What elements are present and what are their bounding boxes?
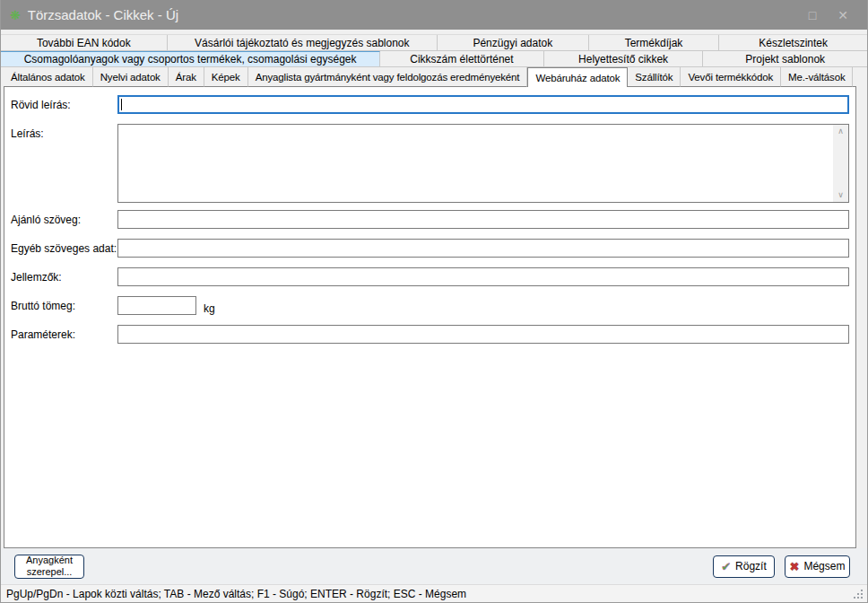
jellemzok-field[interactable] [117,267,849,286]
anyagkent-line2: szerepel... [27,566,73,578]
tab-termekdijak[interactable]: Termékdíjak [589,35,720,50]
main-window: ❋ Törzsadatok - Cikkek - Új □ ✕ További … [0,0,868,603]
form-row-rovid-leiras: Rövid leírás: [11,95,849,114]
tab-projekt-sablonok[interactable]: Projekt sablonok [703,51,867,66]
tab-nyelvi-adatok[interactable]: Nyelvi adatok [93,67,169,87]
ajanlo-szoveg-label: Ajánló szöveg: [11,210,117,226]
check-icon: ✔ [721,560,731,573]
status-bar: PgUp/PgDn - Lapok közti váltás; TAB - Me… [1,584,867,603]
anyagkent-szerepel-button[interactable]: Anyagként szerepel... [14,555,84,579]
window-title: Törzsadatok - Cikkek - Új [28,7,178,22]
form-row-brutto-tomeg: Bruttó tömeg: kg [11,296,849,315]
tab-arak[interactable]: Árak [169,67,204,87]
form-row-ajanlo-szoveg: Ajánló szöveg: [11,210,849,229]
tab-penzugyi-adatok[interactable]: Pénzügyi adatok [438,35,589,50]
tab-vevoi-termekkodok[interactable]: Vevői termékkódok [681,67,781,87]
tab-szallitok[interactable]: Szállítók [628,67,681,87]
tab-altalanos-adatok[interactable]: Általános adatok [4,67,93,87]
leiras-textarea[interactable] [117,124,849,203]
tab-row-3: Általános adatok Nyelvi adatok Árak Képe… [4,67,856,87]
status-text: PgUp/PgDn - Lapok közti váltás; TAB - Me… [6,588,466,600]
egyeb-szoveges-adat-field[interactable] [117,239,849,258]
webaruhaz-adatok-panel: Rövid leírás: Leírás: ∧ ∨ Ajánló szöveg:… [4,87,856,548]
leiras-wrap: ∧ ∨ [117,124,849,203]
resize-grip-icon[interactable] [861,597,863,599]
x-icon: ✖ [790,560,800,573]
tab-anyaglista[interactable]: Anyaglista gyártmányként vagy feldolgozá… [248,67,528,87]
close-icon[interactable]: ✕ [828,8,858,22]
tab-webaruhaz-adatok[interactable]: Webáruház adatok [527,67,628,87]
anyagkent-line1: Anyagként [26,555,73,566]
rogzit-label: Rögzít [735,560,767,572]
leiras-label: Leírás: [11,124,117,140]
parameterek-label: Paraméterek: [11,325,117,341]
tab-row-2: Csomagolóanyagok vagy csoportos termékek… [1,51,867,67]
parameterek-field[interactable] [117,325,849,344]
maximize-icon[interactable]: □ [797,8,828,22]
brutto-tomeg-field[interactable] [117,296,196,315]
megsem-label: Mégsem [803,560,845,572]
titlebar[interactable]: ❋ Törzsadatok - Cikkek - Új □ ✕ [1,0,867,30]
tab-vasarloi-tajekoztato-sablonok[interactable]: Vásárlói tájékoztató és megjegyzés sablo… [168,35,438,50]
tab-row-1: További EAN kódok Vásárlói tájékoztató é… [1,34,867,51]
form-row-leiras: Leírás: ∧ ∨ [11,124,849,203]
form-row-jellemzok: Jellemzők: [11,267,849,286]
text-caret [121,99,122,110]
jellemzok-label: Jellemzők: [11,267,117,284]
footer-bar: Anyagként szerepel... ✔ Rögzít ✖ Mégsem [1,548,867,584]
tab-csomagoloanyagok[interactable]: Csomagolóanyagok vagy csoportos termékek… [1,51,380,66]
tab-helyettesito-cikkek[interactable]: Helyettesítő cikkek [544,51,704,66]
tab-row-filler [853,67,856,87]
tab-kepek[interactable]: Képek [204,67,248,87]
rovid-leiras-field[interactable] [117,95,849,114]
textarea-scrollbar[interactable]: ∧ ∨ [833,125,848,202]
app-icon: ❋ [10,8,21,22]
tab-keszletszintek[interactable]: Készletszintek [719,35,867,50]
tab-me-valtasok[interactable]: Me.-váltások [781,67,853,87]
form-row-parameterek: Paraméterek: [11,325,849,344]
tab-cikkszam-elettortenet[interactable]: Cikkszám élettörténet [380,51,544,66]
rovid-leiras-wrap [117,95,849,114]
kg-unit-label: kg [204,296,215,315]
rogzit-button[interactable]: ✔ Rögzít [713,555,775,578]
brutto-tomeg-label: Bruttó tömeg: [11,296,117,312]
form-row-egyeb-szoveges-adat: Egyéb szöveges adat: [11,239,849,258]
egyeb-szoveges-adat-label: Egyéb szöveges adat: [11,239,117,255]
ajanlo-szoveg-field[interactable] [117,210,849,229]
scroll-down-icon[interactable]: ∨ [833,188,848,202]
rovid-leiras-label: Rövid leírás: [11,95,117,111]
megsem-button[interactable]: ✖ Mégsem [785,555,850,578]
scroll-up-icon[interactable]: ∧ [833,125,848,138]
tab-tovabbi-ean-kodok[interactable]: További EAN kódok [1,35,168,50]
